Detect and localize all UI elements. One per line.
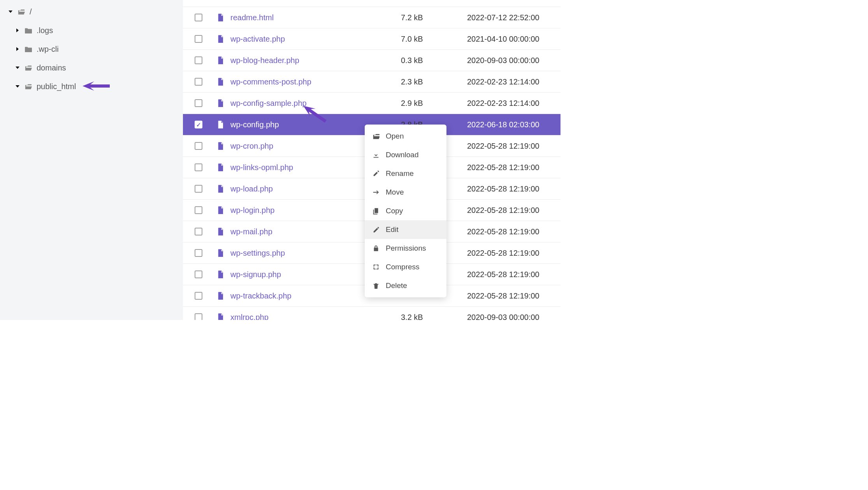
row-checkbox[interactable]: [195, 35, 202, 43]
file-list: readme.html7.2 kB2022-07-12 22:52:00wp-a…: [183, 0, 561, 320]
file-row[interactable]: readme.html7.2 kB2022-07-12 22:52:00: [183, 7, 561, 28]
menu-item-download[interactable]: Download: [365, 146, 446, 164]
file-date: 2022-02-23 12:14:00: [467, 77, 561, 86]
checkbox-cell: [195, 78, 217, 86]
row-checkbox[interactable]: [195, 313, 202, 320]
tree-item-label: domains: [37, 63, 66, 72]
file-name[interactable]: wp-comments-post.php: [230, 77, 311, 86]
menu-item-label: Download: [386, 151, 419, 159]
file-name[interactable]: wp-load.php: [230, 184, 273, 193]
file-name[interactable]: wp-cron.php: [230, 142, 273, 151]
file-row[interactable]: wp-activate.php7.0 kB2021-04-10 00:00:00: [183, 28, 561, 50]
menu-item-open[interactable]: Open: [365, 127, 446, 146]
chevron-right-icon[interactable]: [15, 28, 20, 33]
menu-item-delete[interactable]: Delete: [365, 276, 446, 295]
row-checkbox[interactable]: [195, 121, 202, 128]
file-date: 2022-05-28 12:19:00: [467, 270, 561, 279]
file-icon: [217, 35, 228, 43]
file-size: 7.2 kB: [401, 13, 467, 22]
row-checkbox[interactable]: [195, 206, 202, 214]
row-checkbox[interactable]: [195, 14, 202, 21]
file-name[interactable]: wp-blog-header.php: [230, 56, 299, 65]
tree-item-wp-cli[interactable]: .wp-cli: [0, 40, 183, 58]
file-date: 2022-05-28 12:19:00: [467, 292, 561, 300]
row-checkbox[interactable]: [195, 163, 202, 171]
file-icon: [217, 228, 228, 235]
file-name[interactable]: wp-login.php: [230, 206, 274, 215]
file-name[interactable]: wp-config.php: [230, 120, 279, 129]
file-icon: [217, 142, 228, 150]
row-checkbox[interactable]: [195, 99, 202, 107]
file-name[interactable]: readme.html: [230, 13, 274, 22]
tree-item-domains[interactable]: domains: [0, 58, 183, 77]
chevron-down-icon[interactable]: [15, 84, 20, 89]
file-icon: [217, 206, 228, 214]
checkbox-cell: [195, 270, 217, 278]
file-name[interactable]: wp-trackback.php: [230, 292, 292, 300]
lock-icon: [372, 245, 380, 252]
file-name[interactable]: wp-activate.php: [230, 35, 285, 44]
tree-item-label: public_html: [37, 82, 76, 91]
name-cell: wp-blog-header.php: [217, 56, 401, 65]
name-cell: wp-activate.php: [217, 35, 401, 44]
name-cell: xmlrpc.php: [217, 313, 401, 320]
file-name[interactable]: wp-mail.php: [230, 227, 272, 236]
file-icon: [217, 163, 228, 171]
tree-root[interactable]: /: [0, 2, 183, 21]
folder-icon: [24, 27, 33, 34]
file-name[interactable]: wp-signup.php: [230, 270, 281, 279]
menu-item-label: Copy: [386, 207, 403, 215]
file-name[interactable]: wp-links-opml.php: [230, 163, 293, 172]
file-size: 3.2 kB: [401, 313, 467, 320]
file-date: 2020-09-03 00:00:00: [467, 313, 561, 320]
tree-item-logs[interactable]: .logs: [0, 21, 183, 40]
folder-open-icon: [372, 133, 380, 140]
row-checkbox[interactable]: [195, 185, 202, 193]
file-name[interactable]: wp-config-sample.php: [230, 99, 307, 108]
menu-item-move[interactable]: Move: [365, 183, 446, 202]
edit-icon: [372, 226, 380, 233]
row-checkbox[interactable]: [195, 228, 202, 235]
folder-link-icon: [24, 83, 33, 90]
menu-item-label: Open: [386, 132, 404, 141]
file-date: 2022-06-18 02:03:00: [467, 120, 561, 129]
menu-item-copy[interactable]: Copy: [365, 202, 446, 220]
row-checkbox[interactable]: [195, 292, 202, 300]
chevron-down-icon[interactable]: [8, 9, 13, 14]
menu-item-compress[interactable]: Compress: [365, 258, 446, 276]
file-icon: [217, 121, 228, 128]
file-row[interactable]: wp-comments-post.php2.3 kB2022-02-23 12:…: [183, 71, 561, 93]
partial-row: [183, 0, 561, 7]
row-checkbox[interactable]: [195, 270, 202, 278]
checkbox-cell: [195, 56, 217, 64]
chevron-right-icon[interactable]: [15, 46, 20, 52]
folder-icon: [24, 46, 33, 53]
menu-item-edit[interactable]: Edit: [365, 220, 446, 239]
row-checkbox[interactable]: [195, 249, 202, 257]
file-row[interactable]: wp-blog-header.php0.3 kB2020-09-03 00:00…: [183, 50, 561, 71]
file-size: 2.9 kB: [401, 99, 467, 108]
chevron-down-icon[interactable]: [15, 65, 20, 70]
file-date: 2022-02-23 12:14:00: [467, 99, 561, 108]
compress-icon: [372, 263, 380, 270]
file-date: 2022-07-12 22:52:00: [467, 13, 561, 22]
file-icon: [217, 270, 228, 278]
folder-open-icon: [24, 64, 33, 71]
menu-item-label: Edit: [386, 225, 399, 234]
file-date: 2021-04-10 00:00:00: [467, 35, 561, 44]
menu-item-permissions[interactable]: Permissions: [365, 239, 446, 258]
tree-item-public-html[interactable]: public_html: [0, 77, 183, 96]
file-row[interactable]: wp-config-sample.php2.9 kB2022-02-23 12:…: [183, 93, 561, 114]
file-name[interactable]: wp-settings.php: [230, 249, 285, 258]
menu-item-label: Move: [386, 188, 404, 197]
row-checkbox[interactable]: [195, 78, 202, 86]
file-name[interactable]: xmlrpc.php: [230, 313, 269, 320]
menu-item-rename[interactable]: Rename: [365, 164, 446, 183]
context-menu: OpenDownloadRenameMoveCopyEditPermission…: [365, 125, 446, 297]
row-checkbox[interactable]: [195, 56, 202, 64]
row-checkbox[interactable]: [195, 142, 202, 150]
checkbox-cell: [195, 228, 217, 235]
file-icon: [217, 56, 228, 64]
rename-icon: [372, 170, 380, 177]
file-row[interactable]: xmlrpc.php3.2 kB2020-09-03 00:00:00: [183, 307, 561, 320]
